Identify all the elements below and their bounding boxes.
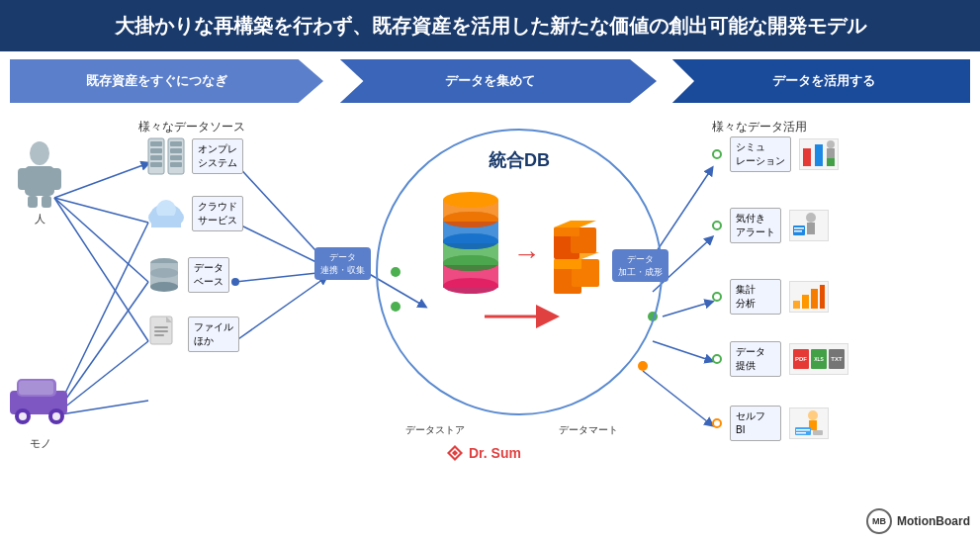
dot-selfbi [712,418,722,428]
svg-rect-107 [813,430,823,435]
header-title: 大掛かりな再構築を行わず、既存資産を活用した新たな価値の創出可能な開発モデル [115,13,866,40]
label-provision: データ提供 [730,341,781,377]
svg-rect-108 [796,429,810,431]
svg-rect-34 [28,196,38,208]
db-title: 統合DB [489,148,550,172]
svg-rect-32 [18,168,30,190]
svg-rect-52 [170,162,182,167]
simulation-thumb [801,140,837,168]
cylinders-container: → [436,192,603,305]
svg-line-10 [235,272,326,282]
svg-rect-103 [820,285,825,309]
svg-line-9 [235,223,326,267]
svg-rect-65 [154,330,168,332]
person-entity: 人 [10,138,69,226]
person-label: 人 [10,212,69,226]
motionboard-logo: MB MotionBoard [866,508,970,534]
alert-thumb [791,212,827,239]
svg-line-17 [653,341,712,361]
svg-rect-109 [796,432,806,434]
source-cloud-label: クラウドサービス [192,196,243,231]
svg-point-60 [150,282,178,292]
svg-line-16 [663,302,712,317]
svg-rect-106 [795,427,811,435]
label-analysis: 集計分析 [730,279,781,315]
svg-line-11 [235,277,326,341]
svg-line-18 [643,371,712,425]
svg-point-93 [827,140,835,148]
db-circle: 統合DB [376,129,663,415]
svg-rect-90 [803,148,811,166]
right-item-alert: 気付きアラート [712,208,829,243]
file-icon [146,315,182,354]
badge-processing: データ加工・成形 [612,249,668,282]
svg-point-23 [638,361,648,371]
svg-rect-42 [19,381,53,395]
svg-rect-66 [154,334,164,336]
svg-rect-50 [170,148,182,153]
svg-rect-99 [794,230,802,232]
page-header: 大掛かりな再構築を行わず、既存資産を活用した新たな価値の創出可能な開発モデル [0,0,980,51]
svg-rect-44 [150,141,162,146]
svg-rect-94 [827,148,835,158]
right-label: 様々なデータ活用 [712,119,807,136]
svg-rect-51 [170,155,182,160]
flow-banner: 既存資産をすぐにつなぎ データを集めて データを活用する [10,59,970,103]
right-item-provision: データ提供 PDF XLS TXT [712,341,848,377]
flow-step-1: 既存資産をすぐにつなぎ [10,59,323,103]
drsum-text: Dr. Sum [469,445,521,461]
datamart-label: データマート [549,423,628,437]
svg-rect-45 [150,148,162,153]
label-selfbi: セルフBI [730,406,781,441]
svg-point-39 [19,412,27,420]
svg-marker-86 [554,221,596,227]
sources-label: 様々なデータソース [138,119,245,136]
drsum-logo: Dr. Sum [445,443,521,463]
flow-step-2: データを集めて [323,59,657,103]
svg-rect-47 [150,162,162,167]
svg-rect-98 [794,227,804,229]
svg-point-95 [806,213,816,223]
analysis-thumb [791,283,827,311]
right-item-simulation: シミュレーション [712,136,839,172]
right-item-selfbi: セルフBI [712,406,829,441]
source-file-label: ファイルほか [188,317,239,352]
svg-rect-81 [554,259,581,269]
source-cloud: クラウドサービス [146,196,243,231]
source-onpre-label: オンプレシステム [192,138,243,174]
thumb-simulation [799,138,839,170]
svg-rect-33 [49,168,61,190]
machine-icon [5,361,76,432]
svg-line-8 [235,163,326,262]
thumb-selfbi [789,407,829,439]
arrow-transform: → [513,238,541,270]
svg-rect-91 [815,144,823,166]
machine-label: モノ [5,436,76,451]
svg-rect-96 [807,223,815,234]
mb-circle: MB [866,508,892,534]
svg-rect-100 [793,301,800,309]
svg-rect-64 [154,326,168,328]
source-onpre: オンプレシステム [146,136,243,176]
dot-analysis [712,292,722,302]
motionboard-text: MotionBoard [897,514,970,528]
svg-point-61 [150,268,178,278]
svg-point-26 [231,278,239,286]
svg-rect-102 [811,289,818,309]
svg-rect-57 [151,216,181,227]
label-alert: 気付きアラート [730,208,781,243]
datastore-cylinder-svg [436,192,505,301]
svg-point-78 [443,192,498,208]
source-db: データベース [146,255,229,295]
database-icon [146,255,182,295]
svg-point-30 [30,141,49,165]
thumb-alert [789,210,829,241]
dot-alert [712,221,722,230]
svg-rect-35 [42,196,51,208]
svg-rect-49 [170,141,182,146]
svg-rect-46 [150,155,162,160]
server-icon [146,136,186,176]
svg-point-104 [808,410,818,420]
cloud-icon [146,196,186,231]
flow-step-3: データを活用する [657,59,970,103]
